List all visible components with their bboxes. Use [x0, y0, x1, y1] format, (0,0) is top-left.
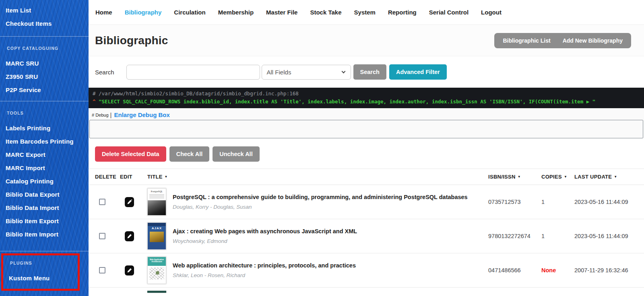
row-checkbox[interactable]	[99, 267, 105, 273]
table-row: PostgreSQL PostgreSQL : a comprehensive …	[89, 185, 644, 219]
sidebar-item-z3950-sru[interactable]: Z3950 SRU	[0, 70, 89, 83]
column-header-last-update[interactable]: LAST UPDATE▼	[574, 174, 644, 180]
sidebar: Item List Checkout Items COPY CATALOGUIN…	[0, 0, 89, 296]
isbn-value: 9780132272674	[488, 233, 541, 239]
search-button[interactable]: Search	[353, 64, 386, 80]
nav-stock-take[interactable]: Stock Take	[310, 9, 341, 16]
pencil-icon	[127, 199, 132, 205]
sidebar-section-tools: TOOLS	[0, 106, 89, 119]
pencil-icon	[127, 234, 132, 239]
nav-system[interactable]: System	[354, 9, 376, 16]
nav-home[interactable]: Home	[95, 9, 112, 16]
debug-output-box	[89, 120, 643, 138]
sort-desc-icon[interactable]: ▼	[518, 175, 521, 179]
row-checkbox[interactable]	[99, 233, 105, 239]
column-header-copies[interactable]: COPIES▼	[541, 174, 574, 180]
isbn-value: 0735712573	[488, 199, 541, 205]
book-cover[interactable]: AJAX	[147, 222, 166, 250]
sort-desc-icon[interactable]: ▼	[614, 175, 617, 179]
nav-bibliography[interactable]: Bibliography	[125, 9, 162, 16]
search-input[interactable]	[126, 65, 260, 80]
nav-membership[interactable]: Membership	[218, 9, 254, 16]
debug-sql-query: "SELECT SQL_CALC_FOUND_ROWS index.biblio…	[99, 99, 595, 105]
sidebar-item-biblio-data-import[interactable]: Biblio Data Import	[0, 201, 89, 214]
search-field-select[interactable]: All Fields	[262, 65, 351, 80]
page-title: Bibliographic	[95, 34, 168, 47]
page-header: Bibliographic Bibliographic List Add New…	[89, 25, 644, 56]
sidebar-divider	[0, 251, 89, 251]
sidebar-item-catalog-printing[interactable]: Catalog Printing	[0, 175, 89, 188]
plugins-highlight-annotation: PLUGINS Kustom Menu	[1, 253, 80, 291]
sidebar-item-biblio-data-export[interactable]: Biblio Data Export	[0, 188, 89, 201]
copies-value: None	[541, 267, 574, 273]
sidebar-item-item-barcodes-printing[interactable]: Item Barcodes Printing	[0, 135, 89, 148]
book-author: Shklar, Leon - Rosen, Richard	[173, 272, 356, 278]
last-update-value: 2023-05-16 11:44:09	[574, 199, 644, 205]
edit-button[interactable]	[125, 231, 134, 241]
edit-button[interactable]	[125, 197, 134, 207]
sidebar-item-biblio-item-export[interactable]: Biblio Item Export	[0, 214, 89, 228]
sidebar-item-marc-export[interactable]: MARC Export	[0, 148, 89, 161]
sort-desc-icon[interactable]: ▼	[165, 175, 168, 179]
nav-serial-control[interactable]: Serial Control	[429, 9, 469, 16]
nav-logout[interactable]: Logout	[481, 9, 502, 16]
sort-desc-icon[interactable]: ▼	[564, 175, 567, 179]
search-field-selected-value: All Fields	[267, 69, 291, 76]
column-header-title[interactable]: TITLE▼	[147, 174, 488, 180]
book-title[interactable]: Ajax : creating Web pages with asynchron…	[173, 228, 357, 234]
pencil-icon	[127, 268, 132, 273]
debug-console: # /var/www/html/simbio2/simbio_DB/datagr…	[89, 88, 644, 108]
delete-selected-data-button[interactable]: Delete Selected Data	[95, 146, 166, 162]
table-header-row: DELETE EDIT TITLE▼ ISBN/ISSN▼ COPIES▼ LA…	[89, 169, 644, 185]
bibliography-table: DELETE EDIT TITLE▼ ISBN/ISSN▼ COPIES▼ LA…	[89, 169, 644, 293]
sidebar-item-checkout-items[interactable]: Checkout Items	[0, 17, 89, 30]
sidebar-section-plugins: PLUGINS	[3, 256, 78, 269]
book-cover	[147, 291, 166, 293]
sidebar-item-biblio-item-import[interactable]: Biblio Item Import	[0, 228, 89, 241]
table-actions: Delete Selected Data Check All Uncheck A…	[95, 146, 644, 162]
nav-reporting[interactable]: Reporting	[388, 9, 417, 16]
advanced-filter-button[interactable]: Advanced Filter	[389, 64, 447, 80]
isbn-value: 0471486566	[488, 267, 541, 273]
uncheck-all-button[interactable]: Uncheck All	[213, 146, 259, 162]
check-all-button[interactable]: Check All	[169, 146, 210, 162]
sidebar-item-marc-import[interactable]: MARC Import	[0, 161, 89, 175]
column-header-delete: DELETE	[95, 174, 120, 180]
enlarge-debug-box-link[interactable]: Enlarge Debug Box	[114, 111, 170, 118]
table-row: AJAX Ajax : creating Web pages with asyn…	[89, 219, 644, 253]
table-row-partial	[89, 288, 644, 293]
debug-box-wrap	[89, 119, 644, 138]
nav-circulation[interactable]: Circulation	[174, 9, 205, 16]
book-title[interactable]: Web application architecture : principle…	[173, 262, 356, 269]
sidebar-item-kustom-menu[interactable]: Kustom Menu	[3, 271, 78, 285]
top-navbar: Home Bibliography Circulation Membership…	[89, 0, 644, 25]
column-header-isbn[interactable]: ISBN/ISSN▼	[488, 174, 541, 180]
book-title[interactable]: PostgreSQL : a comprehensive guide to bu…	[173, 194, 468, 200]
book-author: Douglas, Korry - Douglas, Susan	[173, 204, 468, 210]
search-label: Search	[95, 69, 114, 76]
sidebar-item-marc-sru[interactable]: MARC SRU	[0, 57, 89, 70]
edit-button[interactable]	[125, 265, 134, 275]
debug-file-path: # /var/www/html/simbio2/simbio_DB/datagr…	[93, 90, 640, 98]
search-bar: Search All Fields Search Advanced Filter	[89, 56, 644, 88]
bibliographic-list-button[interactable]: Bibliographic List	[497, 37, 556, 44]
debug-label: # Debug	[92, 113, 109, 117]
nav-master-file[interactable]: Master File	[266, 9, 297, 16]
sidebar-divider	[0, 101, 89, 101]
sidebar-divider	[0, 36, 89, 37]
chevron-down-icon	[341, 69, 345, 73]
copies-value: 1	[541, 199, 574, 205]
book-cover[interactable]: PostgreSQL	[147, 188, 166, 216]
sidebar-item-item-list[interactable]: Item List	[0, 4, 89, 17]
column-header-edit: EDIT	[120, 174, 147, 180]
header-button-group: Bibliographic List Add New Bibliography	[494, 33, 631, 48]
add-new-bibliography-button[interactable]: Add New Bibliography	[557, 37, 629, 44]
last-update-value: 2023-05-16 11:44:09	[574, 233, 644, 239]
copies-value: 1	[541, 233, 574, 239]
book-cover[interactable]: Web Application Architecture	[147, 257, 166, 284]
sidebar-item-p2p-service[interactable]: P2P Service	[0, 83, 89, 97]
debug-separator: |	[110, 111, 112, 118]
sidebar-section-copy-cataloguing: COPY CATALOGUING	[0, 41, 89, 55]
row-checkbox[interactable]	[99, 199, 105, 205]
sidebar-item-labels-printing[interactable]: Labels Printing	[0, 121, 89, 135]
